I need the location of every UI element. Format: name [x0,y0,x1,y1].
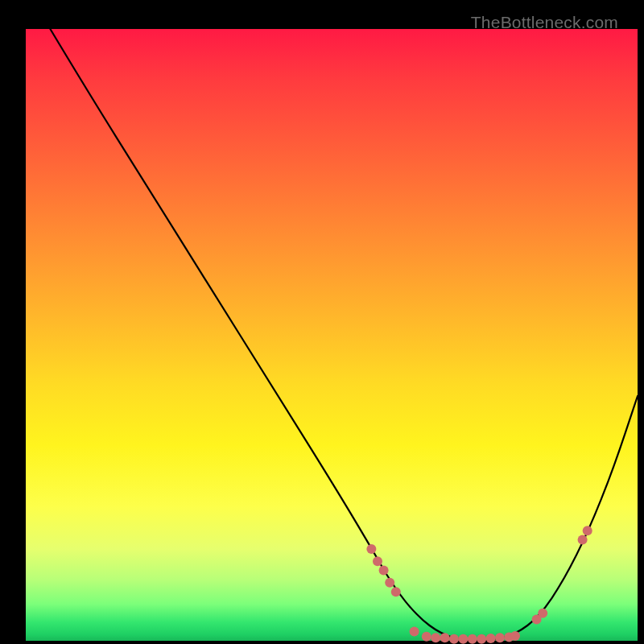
data-marker [373,556,382,566]
data-marker [578,535,588,545]
data-marker [422,632,431,642]
bottleneck-curve [50,29,638,641]
data-marker [583,526,592,535]
watermark-text: TheBottleneck.com [471,13,618,32]
data-marker [391,587,401,597]
data-marker [449,634,459,644]
data-marker [385,578,394,588]
data-marker [510,631,520,641]
data-marker [366,544,376,554]
data-marker [486,634,496,643]
data-marker [538,609,547,618]
data-marker [468,634,477,644]
data-marker [477,634,486,644]
data-marker [431,633,440,642]
data-marker [379,566,389,576]
plot-area [26,29,638,641]
chart-frame: TheBottleneck.com [10,10,634,634]
data-marker [495,633,505,642]
marker-group [366,526,592,644]
data-marker [410,627,419,637]
data-marker [440,633,450,642]
curve-layer [26,29,638,641]
data-marker [458,634,468,644]
